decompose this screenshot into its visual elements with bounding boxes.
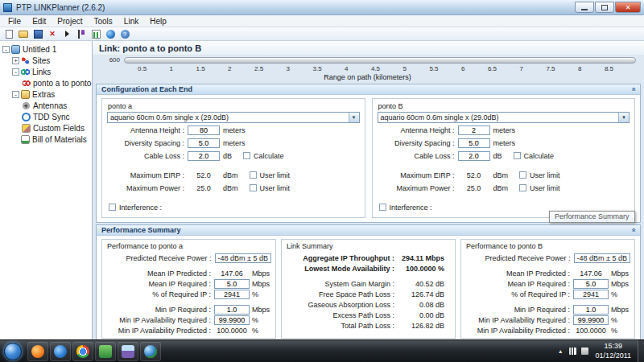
minimize-button[interactable]	[575, 2, 594, 13]
min-ip-availability-required-input-a[interactable]	[214, 315, 250, 325]
tree-item-untitled[interactable]: - Untitled 1	[2, 43, 92, 55]
new-project-icon[interactable]	[3, 29, 14, 39]
chart-scrollbar[interactable]	[124, 57, 636, 64]
menu-tools[interactable]: Tools	[88, 17, 118, 26]
taskbar-item-image-viewer[interactable]	[118, 342, 138, 361]
close-button[interactable]: ✕	[615, 2, 641, 13]
help-icon[interactable]: ?	[119, 29, 130, 39]
power-user-limit-checkbox-b[interactable]	[519, 184, 526, 191]
chevron-down-icon[interactable]: ▼	[349, 113, 359, 122]
firefox-icon	[31, 345, 44, 358]
user-limit-label: User limit	[530, 171, 560, 179]
show-desktop-button[interactable]	[638, 340, 644, 362]
taskbar-item-google-earth[interactable]	[140, 342, 161, 361]
tdd-sync-icon	[22, 113, 31, 121]
collapse-icon[interactable]: -	[12, 68, 19, 76]
tree-item-antennas[interactable]: Antennas	[22, 100, 92, 111]
internet-explorer-icon	[54, 345, 67, 358]
chevron-down-icon[interactable]: ▼	[618, 113, 629, 122]
diversity-spacing-input-b[interactable]	[458, 138, 490, 148]
application-window: PTP LINKPlanner (2.6.2) ✕ File Edit Proj…	[0, 0, 644, 362]
collapse-chevron-icon[interactable]: »	[629, 228, 637, 232]
taskbar-item-chrome[interactable]	[72, 342, 93, 361]
eirp-user-limit-checkbox-b[interactable]	[519, 171, 526, 179]
collapse-icon[interactable]: -	[2, 46, 10, 53]
mean-ip-required-input-a[interactable]	[214, 279, 250, 289]
minimize-icon	[581, 9, 588, 10]
collapse-icon[interactable]: -	[12, 91, 19, 98]
min-ip-availability-required-input-b[interactable]	[573, 315, 609, 325]
user-limit-label: User limit	[260, 171, 291, 179]
profile-chart-area: 600 0.5 1 1.5 2 2.5 3 3.5 4 4.5 5 5.5 6 …	[93, 55, 644, 82]
volume-icon[interactable]	[581, 348, 588, 355]
min-ip-required-input-b[interactable]	[573, 305, 609, 315]
save-icon[interactable]	[32, 29, 43, 39]
open-folder-icon[interactable]	[18, 29, 29, 39]
chart-icon[interactable]	[90, 29, 101, 39]
unit-label: meters	[493, 139, 516, 147]
interference-label: Interference :	[119, 204, 162, 212]
tree-item-sites[interactable]: + Sites	[12, 55, 92, 66]
aggregate-ip-throughput-label: Aggregate IP Throughput :	[286, 254, 394, 262]
tree-label-untitled: Untitled 1	[23, 45, 56, 54]
diversity-spacing-input-a[interactable]	[188, 138, 220, 148]
eirp-user-limit-checkbox-a[interactable]	[250, 171, 257, 179]
configuration-section-header[interactable]: Configuration at Each End »	[97, 84, 640, 95]
start-button[interactable]	[4, 343, 22, 360]
x-axis-title: Range on path (kilometers)	[99, 73, 636, 81]
calculate-checkbox-b[interactable]	[514, 152, 521, 159]
antenna-select-a[interactable]: aquario 60cm 0.6m single x (29.0dB) ▼	[107, 112, 360, 123]
green-app-icon	[99, 345, 112, 358]
google-earth-icon	[144, 345, 157, 358]
windows-taskbar: ▲ 15:39 01/12/2011	[0, 339, 644, 362]
taskbar-clock[interactable]: 15:39 01/12/2011	[596, 342, 631, 360]
performance-summary-header[interactable]: Performance Summary »	[97, 225, 640, 236]
menu-bar: File Edit Project Tools Link Help	[0, 15, 644, 27]
calculate-checkbox-a[interactable]	[243, 152, 250, 159]
interference-checkbox-a[interactable]	[109, 204, 116, 211]
tree-item-tdd-sync[interactable]: TDD Sync	[22, 111, 92, 122]
project-tree: - Untitled 1 + Sites - Links ponto a to …	[0, 41, 93, 339]
max-power-value-a: 25.0	[188, 184, 220, 192]
taskbar-item-internet-explorer[interactable]	[50, 342, 71, 361]
menu-link[interactable]: Link	[118, 17, 144, 26]
menu-project[interactable]: Project	[52, 17, 88, 26]
cable-loss-input-b[interactable]	[458, 151, 490, 161]
tree-item-links[interactable]: - Links	[12, 66, 92, 77]
mean-ip-required-input-b[interactable]	[573, 279, 609, 289]
expand-icon[interactable]: +	[12, 57, 19, 64]
tree-item-link-ponto-a-to-ponto-b[interactable]: ponto a to ponto B	[22, 77, 92, 88]
maximize-button[interactable]	[595, 2, 614, 13]
delete-icon[interactable]: ✕	[47, 29, 58, 39]
antenna-height-input-b[interactable]	[458, 125, 490, 135]
min-ip-availability-predicted-value: 100.0000	[214, 327, 250, 335]
globe-icon[interactable]	[105, 29, 116, 39]
antenna-select-b[interactable]: aquario 60cm 0.6m single x (29.0dB) ▼	[378, 112, 630, 123]
pointer-icon[interactable]	[61, 29, 72, 39]
title-bar[interactable]: PTP LINKPlanner (2.6.2) ✕	[0, 0, 644, 15]
tree-item-extras[interactable]: - Extras	[12, 88, 92, 100]
power-user-limit-checkbox-a[interactable]	[250, 184, 257, 191]
cable-loss-input-a[interactable]	[188, 151, 220, 161]
interference-checkbox-b[interactable]	[379, 204, 386, 211]
taskbar-item-green-app[interactable]	[95, 342, 116, 361]
flag-icon[interactable]	[76, 29, 87, 39]
network-icon[interactable]	[569, 348, 576, 355]
menu-help[interactable]: Help	[144, 17, 172, 26]
collapse-chevron-icon[interactable]: »	[629, 87, 637, 91]
taskbar-item-firefox[interactable]	[27, 342, 48, 361]
tree-item-custom-fields[interactable]: Custom Fields	[22, 122, 92, 134]
pct-of-required-ip-label: % of Required IP :	[106, 290, 211, 298]
unit-label: dB	[493, 152, 502, 160]
min-ip-required-input-a[interactable]	[214, 305, 250, 315]
x-tick-label: 1.5	[196, 65, 204, 72]
antenna-height-input-a[interactable]	[188, 125, 220, 135]
system-gain-margin-label: System Gain Margin :	[286, 280, 394, 288]
section-title: Performance Summary	[101, 226, 181, 234]
hidden-icons-button[interactable]: ▲	[558, 348, 564, 354]
menu-edit[interactable]: Edit	[27, 17, 52, 26]
menu-file[interactable]: File	[2, 17, 27, 26]
tree-item-bill-of-materials[interactable]: Bill of Materials	[12, 134, 92, 145]
lowest-mode-availability-label: Lowest Mode Availability :	[286, 265, 394, 273]
calculate-label: Calculate	[524, 152, 555, 160]
